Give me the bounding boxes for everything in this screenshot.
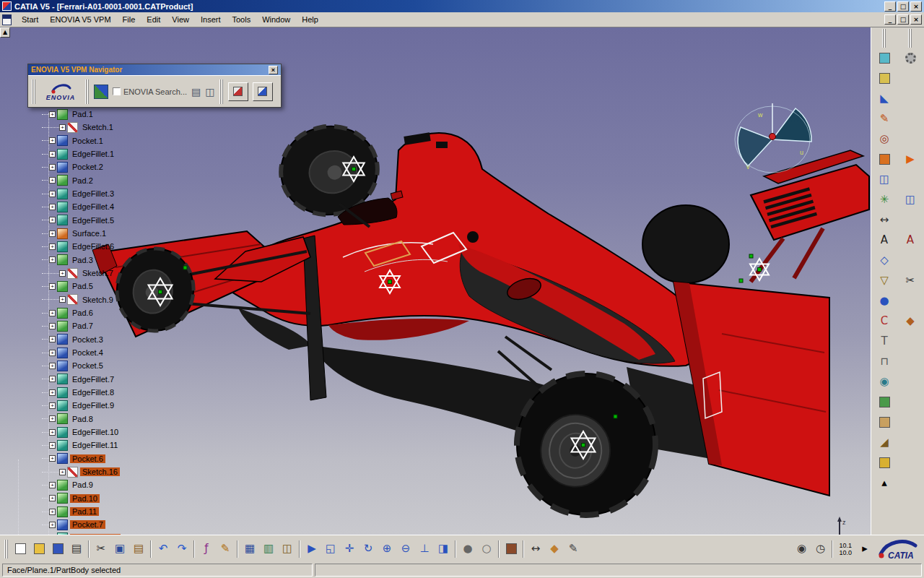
- menu-help[interactable]: Help: [296, 14, 324, 25]
- tree-item-sketch-9[interactable]: +Sketch.9: [42, 293, 121, 306]
- menu-start[interactable]: Start: [16, 14, 44, 25]
- tree-item-label[interactable]: EdgeFillet.8: [70, 388, 116, 397]
- tree-item-pocket-4[interactable]: +Pocket.4: [42, 346, 121, 359]
- close-button[interactable]: ×: [910, 1, 922, 12]
- enovia-title-bar[interactable]: ENOVIA V5 VPM Navigator ×: [28, 64, 281, 75]
- sketcher-button[interactable]: ✎: [875, 108, 894, 129]
- tree-item-sketch-7[interactable]: +Sketch.7: [42, 267, 121, 280]
- menu-edit[interactable]: Edit: [141, 14, 166, 25]
- tree-item-label[interactable]: EdgeFillet.5: [70, 216, 116, 225]
- menu-view[interactable]: View: [166, 14, 195, 25]
- expand-icon[interactable]: +: [59, 296, 66, 303]
- clamp-button[interactable]: ⊓: [875, 351, 894, 371]
- scissors-tool-button[interactable]: ✂: [901, 270, 920, 290]
- tree-item-label[interactable]: Pocket.3: [70, 335, 105, 344]
- 3d-compass[interactable]: w u v: [735, 103, 811, 173]
- expand-icon[interactable]: +: [49, 402, 56, 409]
- section-button[interactable]: ◉: [875, 371, 894, 392]
- expand-icon[interactable]: +: [49, 177, 56, 184]
- tree-item-label[interactable]: Pad.9: [70, 480, 95, 489]
- tree-item-label[interactable]: Sketch.1: [80, 123, 116, 131]
- multi-view-button[interactable]: ◨: [434, 539, 453, 559]
- text-abc-button[interactable]: A: [875, 230, 894, 250]
- tree-item-label[interactable]: Pocket.2: [70, 163, 105, 171]
- expand-icon[interactable]: +: [49, 455, 56, 462]
- menu-tools[interactable]: Tools: [226, 14, 256, 25]
- tree-item-label[interactable]: EdgeFillet.6: [70, 242, 116, 251]
- expand-icon[interactable]: +: [49, 442, 56, 449]
- tree-item-label[interactable]: EdgeFillet.11: [70, 441, 120, 449]
- tree-item-label[interactable]: Sketch.16: [80, 467, 120, 476]
- save-button[interactable]: [48, 539, 67, 559]
- tree-item-label[interactable]: Pad.8: [70, 415, 95, 423]
- letter-a-tool-button[interactable]: A: [901, 230, 920, 250]
- open-button[interactable]: [30, 539, 48, 559]
- tree-item-label[interactable]: Pad.10: [70, 494, 100, 503]
- tree-item-sketch-16[interactable]: +Sketch.16: [42, 465, 121, 478]
- print-button[interactable]: ▤: [67, 539, 86, 559]
- tree-item-label[interactable]: Pocket.1: [70, 137, 105, 145]
- tan-block-button[interactable]: [875, 412, 894, 432]
- enovia-toolbar-grip[interactable]: [32, 79, 36, 104]
- tree-item-pad-1[interactable]: +Pad.1: [42, 108, 121, 121]
- menu-window[interactable]: Window: [256, 14, 296, 25]
- right-toolbar-grip[interactable]: [882, 29, 886, 48]
- tree-item-label[interactable]: Pad.3: [70, 256, 95, 264]
- expand-icon[interactable]: +: [49, 323, 56, 329]
- tree-item-label[interactable]: Sketch.7: [80, 269, 116, 277]
- tree-item-pocket-1[interactable]: +Pocket.1: [42, 134, 121, 147]
- plane-button[interactable]: ◇: [875, 250, 894, 270]
- tree-item-label[interactable]: Pad.6: [70, 309, 95, 317]
- tree-item-label[interactable]: Pad.7: [70, 322, 95, 330]
- point-button[interactable]: ◎: [875, 129, 894, 149]
- tap-button[interactable]: T: [875, 331, 894, 351]
- enovia-toolbar-grip[interactable]: [219, 79, 224, 104]
- tree-item-edgefillet-1[interactable]: +EdgeFillet.1: [42, 147, 121, 160]
- fly-pointer-button[interactable]: ▶: [901, 149, 920, 169]
- copy-button[interactable]: ▣: [110, 539, 129, 559]
- expand-icon[interactable]: +: [49, 495, 56, 501]
- isometric-view-button[interactable]: [875, 48, 894, 68]
- tree-item-pad-5[interactable]: +Pad.5: [42, 280, 121, 293]
- undo-button[interactable]: ↶: [154, 539, 173, 559]
- tree-item-pocket-5[interactable]: +Pocket.5: [42, 359, 121, 372]
- scroll-up-button[interactable]: ▲: [0, 27, 10, 38]
- tree-item-pocket-3[interactable]: +Pocket.3: [42, 333, 121, 346]
- menu-insert[interactable]: Insert: [195, 14, 227, 25]
- expand-icon[interactable]: +: [49, 230, 56, 237]
- wedge-button[interactable]: ◢: [875, 432, 894, 452]
- tree-item-label[interactable]: EdgeFillet.4: [70, 202, 116, 211]
- tree-item-pad-3[interactable]: +Pad.3: [42, 254, 121, 267]
- expand-icon[interactable]: +: [49, 256, 56, 263]
- sweep-button[interactable]: ◣: [875, 88, 894, 108]
- tree-item-pad-9[interactable]: +Pad.9: [42, 478, 121, 491]
- enovia-close-button[interactable]: ×: [269, 66, 278, 74]
- menu-file[interactable]: File: [117, 14, 141, 25]
- pan-button[interactable]: ✛: [340, 539, 359, 559]
- expand-icon[interactable]: +: [49, 217, 56, 223]
- tree-item-pad-8[interactable]: +Pad.8: [42, 413, 121, 426]
- fit-all-button[interactable]: ◱: [321, 539, 340, 559]
- expand-icon[interactable]: +: [49, 509, 56, 515]
- tree-item-label[interactable]: Pocket.4: [70, 348, 105, 357]
- paint-tool-button[interactable]: ◆: [901, 311, 920, 331]
- expand-icon[interactable]: +: [49, 482, 56, 488]
- tree-item-label[interactable]: Pad.5: [70, 282, 95, 290]
- tree-item-label[interactable]: Pocket.6: [70, 454, 105, 463]
- tree-item-edgefillet-7[interactable]: +EdgeFillet.7: [42, 373, 121, 386]
- shaded-view-button[interactable]: ●: [458, 539, 477, 559]
- tree-item-surface-1[interactable]: +Surface.1: [42, 227, 121, 240]
- expand-icon[interactable]: +: [49, 151, 56, 158]
- mdi-close-button[interactable]: ×: [910, 14, 922, 25]
- rear-wing-endplate[interactable]: [674, 282, 829, 496]
- database-icon[interactable]: ▤: [191, 86, 201, 98]
- right-subtoolbar-grip[interactable]: [908, 29, 912, 48]
- expand-icon[interactable]: +: [59, 270, 66, 277]
- tree-item-pocket-7[interactable]: +Pocket.7: [42, 518, 121, 531]
- expand-icon[interactable]: +: [49, 204, 56, 210]
- pencil-button[interactable]: ✎: [564, 539, 583, 559]
- expand-icon[interactable]: +: [49, 191, 56, 197]
- expand-icon[interactable]: +: [49, 243, 56, 250]
- maximize-button[interactable]: □: [897, 1, 909, 12]
- chart-button[interactable]: ▥: [259, 539, 278, 559]
